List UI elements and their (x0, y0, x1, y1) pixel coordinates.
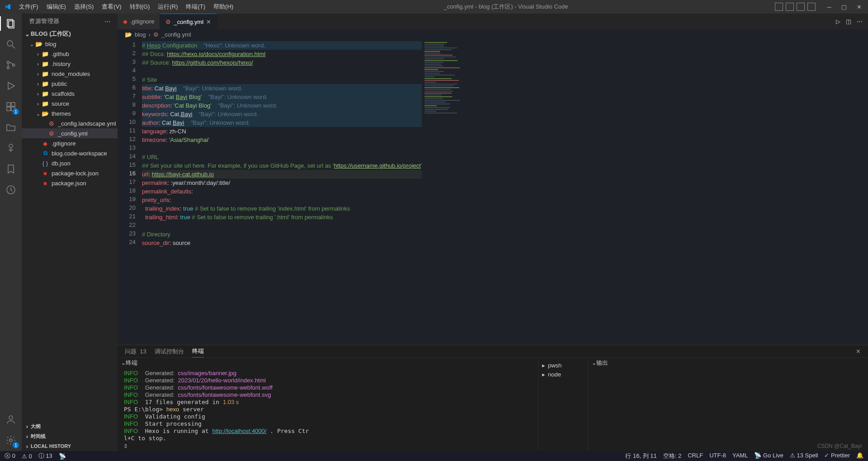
menu-item[interactable]: 终端(T) (182, 1, 209, 13)
svg-point-14 (9, 439, 12, 442)
tree-folder[interactable]: ›📁node_modules (22, 69, 118, 79)
explorer-icon[interactable] (5, 17, 17, 30)
bottom-panel: 问题 13 调试控制台 终端 ✕ ⌄ 终端 INFO Generated: cs… (118, 345, 868, 451)
svg-line-3 (12, 46, 15, 48)
timeline-icon[interactable] (5, 183, 17, 196)
split-editor-icon[interactable]: ◫ (846, 18, 851, 25)
terminal-list: ▸pwsh▸node (538, 358, 588, 451)
account-icon[interactable] (5, 413, 17, 426)
menu-item[interactable]: 查看(V) (98, 1, 125, 13)
terminal-shell[interactable]: ▸pwsh (542, 361, 584, 370)
status-language[interactable]: YAML (732, 452, 748, 460)
panel-tab-terminal[interactable]: 终端 (192, 345, 204, 358)
layout-icon[interactable] (807, 3, 816, 11)
editor-tabs: ◆.gitignore⚙_config.yml✕ ▷ ◫ ⋯ (118, 14, 868, 29)
svg-point-11 (9, 144, 13, 148)
tree-folder[interactable]: ›📁source (22, 99, 118, 108)
terminal[interactable]: INFO Generated: css/images/banner.jpg IN… (118, 368, 538, 451)
status-encoding[interactable]: UTF-8 (709, 452, 726, 460)
svg-rect-7 (7, 103, 10, 106)
editor-tab[interactable]: ⚙_config.yml✕ (160, 14, 217, 29)
svg-rect-8 (7, 107, 10, 111)
menu-item[interactable]: 帮助(H) (210, 1, 237, 13)
source-control-icon[interactable] (5, 59, 17, 71)
terminal-group-header[interactable]: ⌄ 终端 (118, 358, 538, 368)
minimize-button[interactable]: ─ (825, 4, 834, 10)
svg-point-4 (7, 61, 9, 64)
workspace-header[interactable]: ⌄BLOG (工作区) (22, 29, 118, 39)
layout-icon[interactable] (797, 3, 805, 11)
watermark: CSDN @Cat_Bayi (817, 443, 862, 449)
sidebar: 资源管理器 ⋯ ⌄BLOG (工作区) ⌄📂blog›📁.github›📁.hi… (22, 14, 118, 451)
file-tree: ⌄📂blog›📁.github›📁.history›📁node_modules›… (22, 39, 118, 421)
vscode-logo-icon (4, 3, 12, 11)
svg-point-2 (7, 41, 13, 46)
search-icon[interactable] (5, 38, 17, 51)
tree-file[interactable]: ■package.json (22, 178, 118, 188)
status-prettier[interactable]: ✓ Prettier (824, 452, 850, 460)
gitlens-icon[interactable] (5, 142, 17, 155)
more-icon[interactable]: ⋯ (857, 18, 863, 25)
panel-tab-problems[interactable]: 问题 13 (125, 346, 146, 358)
status-spell[interactable]: ⚠ 13 Spell (790, 452, 818, 460)
output-group-header[interactable]: ⌄ 输出 (588, 358, 868, 368)
window-title: _config.yml - blog (工作区) - Visual Studio… (237, 3, 775, 11)
menu-item[interactable]: 文件(F) (15, 1, 42, 13)
minimap[interactable] (422, 39, 467, 345)
menu-item[interactable]: 转到(G) (126, 1, 154, 13)
panel-close-icon[interactable]: ✕ (856, 346, 861, 357)
tree-file[interactable]: ⚙_config.yml (22, 128, 118, 138)
run-icon[interactable]: ▷ (836, 18, 840, 25)
tree-folder[interactable]: ›📁public (22, 79, 118, 89)
editor-tab[interactable]: ◆.gitignore (118, 14, 160, 29)
panel-tab-debug-console[interactable]: 调试控制台 (155, 346, 184, 358)
tree-folder[interactable]: ›📁.github (22, 49, 118, 59)
maximize-button[interactable]: ▢ (839, 4, 849, 10)
tree-folder[interactable]: ›📁.history (22, 59, 118, 69)
status-bell-icon[interactable]: 🔔 (856, 452, 863, 460)
tree-folder[interactable]: ›📁scaffolds (22, 89, 118, 99)
svg-point-13 (9, 416, 13, 419)
tree-file[interactable]: ◆.gitignore (22, 138, 118, 148)
menu-item[interactable]: 选择(S) (71, 1, 97, 13)
layout-icon[interactable] (786, 3, 794, 11)
code-editor[interactable]: 123456789101112131415161718192021222324 … (118, 39, 868, 345)
tree-file[interactable]: ■package-lock.json (22, 168, 118, 178)
folder-icon[interactable] (5, 121, 17, 134)
more-icon[interactable]: ⋯ (104, 18, 111, 25)
status-errors[interactable]: ⓧ 0 (5, 452, 15, 460)
title-bar: 文件(F)编辑(E)选择(S)查看(V)转到(G)运行(R)终端(T)帮助(H)… (0, 0, 868, 14)
status-go-live[interactable]: 📡 Go Live (754, 452, 783, 460)
status-bar: ⓧ 0 ⚠ 0 ⓘ 13 📡 行 16, 列 11 空格: 2 CRLF UTF… (0, 451, 868, 461)
status-indent[interactable]: 空格: 2 (663, 452, 681, 460)
tree-file[interactable]: ⧉blog.code-workspace (22, 148, 118, 158)
bookmark-icon[interactable] (5, 163, 17, 175)
settings-gear-icon[interactable]: 1 (5, 434, 17, 447)
status-eol[interactable]: CRLF (688, 452, 703, 460)
menu-item[interactable]: 编辑(E) (43, 1, 70, 13)
tree-folder[interactable]: ⌄📂blog (22, 39, 118, 49)
close-icon[interactable]: ✕ (206, 19, 211, 25)
extensions-icon[interactable]: 1 (5, 100, 17, 113)
terminal-shell[interactable]: ▸node (542, 370, 584, 379)
sidebar-section[interactable]: ›时间线 (22, 431, 118, 441)
tree-file[interactable]: { }db.json (22, 158, 118, 168)
menu-bar: 文件(F)编辑(E)选择(S)查看(V)转到(G)运行(R)终端(T)帮助(H) (15, 1, 237, 13)
layout-icon[interactable] (775, 3, 783, 11)
status-radio-icon[interactable]: 📡 (59, 453, 66, 460)
editor-area: ◆.gitignore⚙_config.yml✕ ▷ ◫ ⋯ 📂 blog › … (118, 14, 868, 451)
badge: 1 (13, 442, 19, 448)
status-warnings[interactable]: ⚠ 0 (22, 453, 32, 460)
tree-file[interactable]: ⚙_config.landscape.yml (22, 118, 118, 128)
menu-item[interactable]: 运行(R) (154, 1, 181, 13)
badge: 1 (13, 108, 19, 115)
layout-controls[interactable] (775, 3, 816, 11)
tree-folder[interactable]: ⌄📂themes (22, 108, 118, 118)
status-info[interactable]: ⓘ 13 (38, 452, 52, 460)
status-cursor-pos[interactable]: 行 16, 列 11 (625, 452, 656, 460)
run-debug-icon[interactable] (5, 80, 17, 92)
breadcrumb[interactable]: 📂 blog › ⚙ _config.yml (118, 29, 868, 39)
sidebar-section[interactable]: ›LOCAL HISTORY (22, 441, 118, 451)
sidebar-section[interactable]: ›大纲 (22, 421, 118, 431)
close-button[interactable]: ✕ (854, 4, 864, 10)
